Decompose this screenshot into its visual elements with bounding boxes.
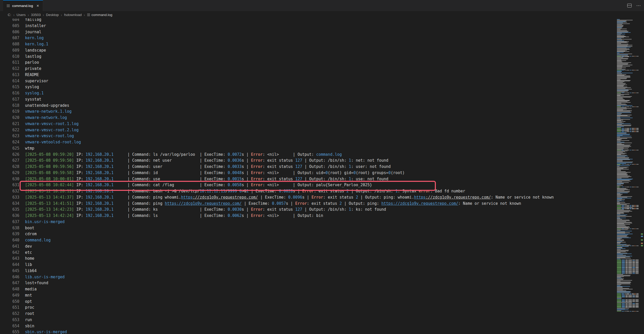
line-number[interactable]: 655 (0, 329, 19, 334)
line-number[interactable]: 608 (0, 41, 19, 47)
code-line[interactable]: 625wtmp (0, 145, 616, 152)
line-number[interactable]: 622 (0, 127, 19, 133)
code-line[interactable]: 629[2025-05-08 09:59:58] IP: 192.168.20.… (0, 170, 616, 176)
code-line[interactable]: 633[2025-05-13 14:41:37] IP: 192.168.20.… (0, 194, 616, 201)
code-line[interactable]: 644lib (0, 262, 616, 268)
line-number[interactable]: 639 (0, 231, 19, 237)
code-line[interactable]: 627[2025-05-08 09:59:50] IP: 192.168.20.… (0, 158, 616, 164)
code-line[interactable]: 609landscape (0, 47, 616, 54)
line-number[interactable]: 615 (0, 84, 19, 90)
code-line[interactable]: 632[2025-05-12 18:28:12] IP: 192.168.20.… (0, 188, 616, 194)
code-line[interactable]: 643home (0, 256, 616, 262)
code-line[interactable]: 608kern.log.1 (0, 41, 616, 47)
code-line[interactable]: 641dev (0, 243, 616, 250)
code-line[interactable]: 648media (0, 286, 616, 292)
line-number[interactable]: 619 (0, 109, 19, 115)
code-line[interactable]: 620vmware-network.log (0, 115, 616, 121)
line-number[interactable]: 640 (0, 237, 19, 243)
breadcrumb-file[interactable]: command.log (87, 13, 112, 17)
breadcrumb-item[interactable]: Desktop (46, 13, 59, 17)
code-line[interactable]: 612private (0, 66, 616, 72)
line-number[interactable]: 614 (0, 78, 19, 84)
code-line[interactable]: 621vmware-vmsvc-root.1.log (0, 121, 616, 127)
code-line[interactable]: 617sysstat (0, 96, 616, 103)
line-number[interactable]: 627 (0, 158, 19, 164)
line-number[interactable]: 652 (0, 311, 19, 317)
breadcrumb-item[interactable]: C: (8, 13, 11, 17)
minimap[interactable] (616, 19, 640, 325)
code-line[interactable]: 630[2025-05-08 10:00:01] IP: 192.168.20.… (0, 176, 616, 182)
code-line[interactable]: 647lost+found (0, 280, 616, 286)
line-number[interactable]: 642 (0, 250, 19, 256)
line-number[interactable]: 624 (0, 139, 19, 145)
code-line[interactable]: 646lib.usr-is-merged (0, 274, 616, 280)
code-line[interactable]: 624vmware-vmtoolsd-root.log (0, 139, 616, 145)
tab-command-log[interactable]: command.log ✕ (3, 0, 43, 11)
code-line[interactable]: 639cdrom (0, 231, 616, 237)
line-number[interactable]: 625 (0, 145, 19, 152)
line-number[interactable]: 605 (0, 23, 19, 29)
line-number[interactable]: 637 (0, 219, 19, 225)
line-number[interactable]: 607 (0, 35, 19, 41)
code-line[interactable]: 651proc (0, 305, 616, 311)
line-number[interactable]: 636 (0, 213, 19, 219)
breadcrumb-item[interactable]: Users (17, 13, 26, 17)
code-line[interactable]: 650opt (0, 299, 616, 305)
line-number[interactable]: 618 (0, 103, 19, 109)
code-line[interactable]: 634[2025-05-13 14:41:51] IP: 192.168.20.… (0, 201, 616, 207)
code-line[interactable]: 605installer (0, 23, 616, 29)
code-line[interactable]: 606journal (0, 29, 616, 35)
code-line[interactable]: 626[2025-05-08 09:59:20] IP: 192.168.20.… (0, 152, 616, 158)
line-number[interactable]: 634 (0, 201, 19, 207)
line-number[interactable]: 629 (0, 170, 19, 176)
close-icon[interactable]: ✕ (36, 4, 39, 7)
breadcrumb-item[interactable]: 33503 (31, 13, 41, 17)
code-line[interactable]: 615syslog (0, 84, 616, 90)
code-line[interactable]: 604faillog (0, 19, 616, 23)
line-number[interactable]: 631 (0, 182, 19, 188)
line-number[interactable]: 643 (0, 256, 19, 262)
line-number[interactable]: 611 (0, 60, 19, 66)
breadcrumb-item[interactable]: fsdownload (64, 13, 82, 17)
code-line[interactable]: 640command.log (0, 237, 616, 243)
code-line[interactable]: 616syslog.1 (0, 90, 616, 96)
code-line[interactable]: 631[2025-05-08 10:02:44] IP: 192.168.20.… (0, 182, 616, 188)
line-number[interactable]: 630 (0, 176, 19, 182)
split-editor-icon[interactable] (627, 4, 632, 7)
code-line[interactable]: 645lib64 (0, 268, 616, 274)
code-line[interactable]: 610lastlog (0, 54, 616, 60)
code-line[interactable]: 638boot (0, 225, 616, 231)
line-number[interactable]: 621 (0, 121, 19, 127)
line-number[interactable]: 613 (0, 72, 19, 78)
code-line[interactable]: 637bin.usr-is-merged (0, 219, 616, 225)
line-number[interactable]: 623 (0, 133, 19, 139)
code-line[interactable]: 649mnt (0, 292, 616, 299)
code-line[interactable]: 623vmware-vmsvc-root.log (0, 133, 616, 139)
line-number[interactable]: 612 (0, 66, 19, 72)
line-number[interactable]: 646 (0, 274, 19, 280)
code-line[interactable]: 652root (0, 311, 616, 317)
line-number[interactable]: 644 (0, 262, 19, 268)
code-line[interactable]: 611parloo (0, 60, 616, 66)
code-line[interactable]: 619vmware-network.1.log (0, 109, 616, 115)
line-number[interactable]: 641 (0, 243, 19, 250)
code-line[interactable]: 628[2025-05-08 09:59:56] IP: 192.168.20.… (0, 164, 616, 170)
line-number[interactable]: 628 (0, 164, 19, 170)
code-line[interactable]: 622vmware-vmsvc-root.2.log (0, 127, 616, 133)
code-line[interactable]: 618unattended-upgrades (0, 103, 616, 109)
line-number[interactable]: 620 (0, 115, 19, 121)
code-line[interactable]: 635[2025-05-13 14:42:23] IP: 192.168.20.… (0, 207, 616, 213)
line-number[interactable]: 649 (0, 292, 19, 299)
line-number[interactable]: 635 (0, 207, 19, 213)
code-line[interactable]: 614supervisor (0, 78, 616, 84)
line-number[interactable]: 648 (0, 286, 19, 292)
line-number[interactable]: 606 (0, 29, 19, 35)
line-number[interactable]: 610 (0, 54, 19, 60)
code-line[interactable]: 636[2025-05-13 14:42:24] IP: 192.168.20.… (0, 213, 616, 219)
line-number[interactable]: 617 (0, 96, 19, 103)
editor[interactable]: 604faillog605installer606journal607kern.… (0, 19, 616, 334)
line-number[interactable]: 632 (0, 188, 19, 194)
line-number[interactable]: 651 (0, 305, 19, 311)
code-line[interactable]: 642etc (0, 250, 616, 256)
code-line[interactable]: 607kern.log (0, 35, 616, 41)
